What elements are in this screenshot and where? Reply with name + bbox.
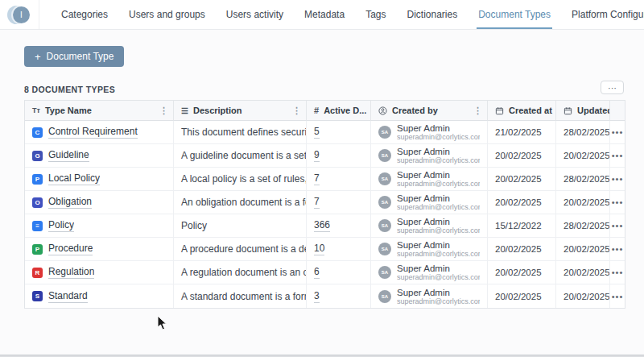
row-actions-button[interactable]: ••• (610, 191, 625, 214)
created-by-cell: SA Super Adminsuperadmin@corlytics.com (371, 261, 488, 284)
column-label: Created by (392, 106, 438, 115)
plus-icon: + (35, 51, 41, 63)
active-docs-cell: 6 (307, 261, 371, 284)
row-actions-button[interactable]: ••• (610, 284, 625, 308)
active-docs-link[interactable]: 366 (314, 219, 330, 232)
creator-name: Super Admin (397, 240, 480, 250)
type-name-link[interactable]: Control Requirement (48, 126, 138, 139)
creator-avatar: SA (378, 149, 391, 162)
row-actions-button[interactable]: ••• (610, 238, 625, 261)
creator-email: superadmin@corlytics.com (397, 250, 480, 258)
column-header-description[interactable]: ☰ Description ⋮ (174, 101, 307, 121)
column-menu-icon[interactable]: ⋮ (470, 106, 482, 116)
mouse-cursor (157, 315, 167, 330)
active-docs-link[interactable]: 10 (314, 243, 324, 255)
type-name-link[interactable]: Guideline (48, 149, 89, 162)
creator-avatar: SA (378, 219, 391, 232)
add-document-type-button[interactable]: + Document Type (24, 46, 124, 67)
tab-platform-configuration[interactable]: Platform Configuration (561, 0, 644, 29)
column-menu-icon[interactable]: ⋮ (156, 106, 168, 116)
created-at-cell: 15/12/2022 (488, 214, 556, 238)
type-badge-icon: P (32, 244, 43, 255)
description-cell: A procedure document is a detailed,... (174, 238, 307, 261)
type-name-link[interactable]: Standard (48, 290, 88, 303)
row-actions-button[interactable]: ••• (610, 261, 625, 284)
creator-email: superadmin@corlytics.com (397, 273, 480, 281)
updated-at-cell: 28/02/2025 (556, 121, 610, 144)
creator-avatar: SA (378, 196, 391, 209)
logo-avatar: I (13, 6, 30, 23)
row-actions-button[interactable]: ••• (610, 168, 625, 191)
active-docs-cell: 7 (307, 168, 371, 191)
column-menu-icon[interactable]: ⋮ (289, 106, 301, 116)
creator-name: Super Admin (397, 147, 480, 156)
row-actions-button[interactable]: ••• (610, 214, 625, 238)
active-docs-link[interactable]: 5 (314, 126, 320, 139)
tab-users-activity[interactable]: Users activity (216, 0, 294, 29)
column-header-created-by[interactable]: Created by ⋮ (371, 101, 488, 121)
description-cell: A standard document is a formal gui... (174, 284, 307, 308)
active-docs-link[interactable]: 6 (314, 266, 320, 279)
tab-metadata[interactable]: Metadata (294, 0, 355, 29)
updated-at-cell: 20/02/2025 (556, 191, 610, 214)
type-name-link[interactable]: Procedure (48, 243, 93, 255)
tab-tags[interactable]: Tags (355, 0, 396, 29)
add-button-label: Document Type (47, 51, 114, 62)
type-name-link[interactable]: Local Policy (48, 172, 100, 185)
table-row: O Obligation An obligation document is a… (25, 191, 625, 214)
created-at-cell: 20/02/2025 (488, 191, 556, 214)
description-cell: A guideline document is a set of rec... (174, 144, 307, 168)
created-by-cell: SA Super Adminsuperadmin@corlytics.com (371, 214, 488, 238)
align-left-icon: ☰ (181, 106, 188, 115)
creator-email: superadmin@corlytics.com (397, 156, 480, 164)
tab-users-and-groups[interactable]: Users and groups (118, 0, 216, 29)
type-badge-icon: ≡ (32, 221, 43, 231)
hash-icon: # (314, 106, 319, 115)
column-header-type-name[interactable]: Tᴛ Type Name ⋮ (25, 101, 174, 121)
column-header-created-at[interactable]: Created at ⋮ (488, 101, 556, 121)
creator-name: Super Admin (397, 123, 480, 133)
type-badge-icon: G (32, 151, 43, 161)
description-cell: Policy (174, 214, 307, 238)
type-name-cell: G Guideline (25, 144, 174, 168)
type-badge-icon: O (32, 197, 43, 208)
active-docs-link[interactable]: 7 (314, 172, 320, 185)
active-docs-link[interactable]: 3 (314, 290, 320, 303)
column-label: Updated... (577, 106, 610, 115)
creator-avatar: SA (378, 243, 391, 255)
table-more-options-button[interactable]: ··· (601, 81, 624, 94)
type-name-link[interactable]: Regulation (48, 266, 94, 279)
type-name-cell: P Local Policy (25, 168, 174, 191)
column-header-active-docs[interactable]: # Active D... ⋮ (307, 101, 371, 121)
updated-at-cell: 20/02/2025 (556, 284, 610, 308)
text-case-icon: Tᴛ (32, 106, 40, 114)
created-at-cell: 20/02/2025 (488, 168, 556, 191)
creator-email: superadmin@corlytics.com (397, 226, 480, 235)
tab-dictionaries[interactable]: Dictionaries (397, 0, 469, 29)
calendar-icon (564, 106, 572, 115)
row-actions-button[interactable]: ••• (610, 121, 625, 144)
created-at-cell: 20/02/2025 (488, 238, 556, 261)
type-name-link[interactable]: Policy (48, 219, 74, 232)
type-name-link[interactable]: Obligation (48, 196, 92, 209)
description-cell: A local policy is a set of rules, guidel… (174, 168, 307, 191)
created-at-cell: 21/02/2025 (488, 121, 556, 144)
workspace-logo[interactable]: I (0, 0, 39, 29)
description-cell: This document defines security cont... (174, 121, 307, 144)
type-name-cell: C Control Requirement (25, 121, 174, 144)
tab-document-types[interactable]: Document Types (468, 0, 561, 29)
tab-categories[interactable]: Categories (51, 0, 118, 29)
creator-name: Super Admin (397, 170, 480, 180)
active-docs-link[interactable]: 7 (314, 196, 320, 209)
updated-at-cell: 20/02/2025 (556, 144, 610, 168)
created-by-cell: SA Super Adminsuperadmin@corlytics.com (371, 238, 488, 261)
creator-name: Super Admin (397, 288, 480, 297)
row-actions-button[interactable]: ••• (610, 144, 625, 168)
column-label: Type Name (45, 106, 92, 115)
document-types-count-label: 8 DOCUMENT TYPES (24, 85, 115, 94)
created-at-cell: 20/02/2025 (488, 261, 556, 284)
active-docs-link[interactable]: 9 (314, 149, 320, 162)
column-header-updated-at[interactable]: Updated... ⋮ (556, 101, 610, 121)
nav-tabs: Categories Users and groups Users activi… (51, 0, 644, 29)
table-row: P Local Policy A local policy is a set o… (25, 168, 625, 191)
